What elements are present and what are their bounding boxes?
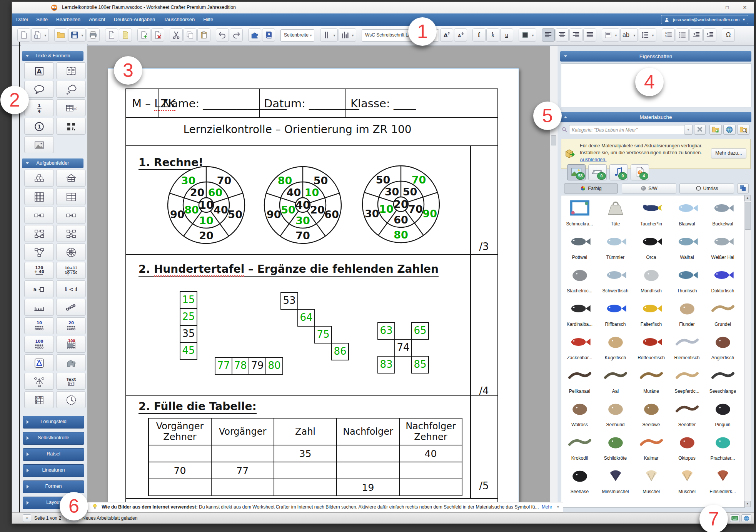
material-item[interactable]: Muschel <box>669 463 705 497</box>
material-item[interactable]: Zackenbar... <box>562 329 597 363</box>
material-item[interactable]: Thunfisch <box>669 262 705 296</box>
tool-bead-chain[interactable] <box>56 299 86 316</box>
sidebar-section-rätsel[interactable]: Rätsel <box>23 448 84 461</box>
hundertertafel-cell[interactable]: 75 <box>314 326 332 344</box>
material-item[interactable]: Seehund <box>597 396 633 430</box>
table-cell[interactable] <box>399 462 462 479</box>
tool-chain-back[interactable] <box>56 207 86 223</box>
material-item[interactable]: Stachelroc... <box>562 262 597 296</box>
font-larger-button[interactable]: A <box>440 28 453 42</box>
number-wheel-3[interactable]: 7050907080603010503020 <box>360 164 441 246</box>
add-page-button[interactable] <box>137 28 150 42</box>
hide-notice-link[interactable]: Ausblenden. <box>580 157 607 162</box>
material-item[interactable]: Muräne <box>633 363 669 396</box>
align-justify-button[interactable] <box>583 28 596 42</box>
material-item[interactable]: Walhai <box>669 229 705 262</box>
special-characters-button[interactable]: Ω <box>722 28 735 42</box>
table-cell[interactable] <box>211 479 274 496</box>
globe-icon[interactable] <box>741 514 751 522</box>
number-wheel-2[interactable]: 5010602070309050804040 <box>262 165 343 247</box>
menu-item-deutsch-aufgaben[interactable]: Deutsch-Aufgaben <box>110 13 160 26</box>
menu-item-ansicht[interactable]: Ansicht <box>85 13 110 26</box>
copy-mode-button[interactable] <box>737 183 749 193</box>
material-item[interactable]: Tümmler <box>597 229 633 262</box>
material-item[interactable]: Mondfisch <box>633 262 669 296</box>
tool-chain-forward[interactable] <box>24 207 54 223</box>
tool-text-task[interactable]: Text3+? <box>56 373 86 390</box>
clear-search-button[interactable] <box>694 125 706 135</box>
tool-house-table[interactable] <box>56 170 86 187</box>
hundertertafel-cell[interactable]: 25 <box>180 308 197 326</box>
underline-button[interactable]: u <box>500 28 513 42</box>
material-item[interactable]: Orca <box>633 229 669 262</box>
material-item[interactable]: Kalmar <box>633 430 669 463</box>
table-cell[interactable] <box>149 479 211 496</box>
save-button[interactable]: ▼ <box>68 28 86 42</box>
tool-qr-code[interactable] <box>56 118 86 135</box>
material-item[interactable]: Anglerfisch <box>705 329 741 363</box>
tool-cycle-cross[interactable] <box>56 225 86 242</box>
material-item[interactable]: Kardinalba... <box>562 296 597 329</box>
filter-umriss-button[interactable]: Umriss <box>679 183 734 193</box>
properties-panel-header[interactable]: Eigenschaften <box>560 51 751 62</box>
search-dropdown-button[interactable]: ▼ <box>684 125 693 135</box>
scroll-down-icon[interactable]: ▼ <box>744 501 751 507</box>
tool-hundred-grid[interactable]: 100 <box>56 336 86 353</box>
tool-geoboard[interactable] <box>24 354 54 371</box>
material-item[interactable]: Riemenfisch <box>669 329 705 363</box>
material-item[interactable]: Prachtster... <box>705 430 741 463</box>
table-cell[interactable] <box>149 445 211 462</box>
remove-page-button[interactable] <box>151 28 164 42</box>
hundertertafel-cell[interactable]: 86 <box>331 343 349 360</box>
tip-more-link[interactable]: Mehr <box>542 504 552 510</box>
table-cell[interactable]: 35 <box>274 445 337 462</box>
numbered-list-button[interactable]: 12 <box>662 28 675 42</box>
material-item[interactable]: Grundel <box>705 296 741 329</box>
filter-sw-button[interactable]: S/W <box>622 183 676 193</box>
decrease-indent-button[interactable] <box>689 28 703 42</box>
new-from-template-button[interactable]: ▼ <box>31 28 49 42</box>
material-item[interactable]: Riffbarsch <box>597 296 633 329</box>
keyboard-icon[interactable] <box>730 514 740 522</box>
material-item[interactable]: Schwertfisch <box>597 262 633 296</box>
material-item[interactable]: Blauwal <box>669 195 705 229</box>
font-smaller-button[interactable]: A <box>454 28 467 42</box>
bold-button[interactable]: f <box>472 28 486 42</box>
material-item[interactable]: Aal <box>597 363 633 396</box>
table-cell[interactable] <box>274 462 337 479</box>
cut-button[interactable] <box>170 28 183 42</box>
bullet-list-button[interactable] <box>676 28 689 42</box>
tool-pyramid-boxes[interactable] <box>24 170 54 187</box>
table-cell[interactable] <box>337 445 399 462</box>
align-center-button[interactable] <box>556 28 569 42</box>
menu-item-datei[interactable]: Datei <box>12 13 32 26</box>
material-item[interactable]: Schildkröte <box>597 430 633 463</box>
increase-indent-button[interactable] <box>703 28 716 42</box>
panel-header-texte-formeln[interactable]: Texte & Formeln <box>22 51 83 61</box>
hundertertafel-cell[interactable]: 65 <box>411 322 429 340</box>
material-item[interactable]: Einsiedlerk... <box>705 463 741 497</box>
hundertertafel-cell[interactable]: 15 <box>180 291 197 309</box>
table-cell[interactable]: 40 <box>399 445 462 462</box>
align-right-button[interactable] <box>569 28 582 42</box>
material-item[interactable]: Seepferdc... <box>669 363 705 396</box>
tool-dots-twenty[interactable]: 20 <box>56 317 86 334</box>
material-item[interactable]: Tüte <box>597 195 633 229</box>
material-item[interactable]: Seeschlange <box>705 363 741 396</box>
material-scrollbar[interactable]: ▲ ▼ <box>744 195 751 507</box>
multi-column-button[interactable]: ▼ <box>339 28 356 42</box>
paste-button[interactable] <box>197 28 210 42</box>
tool-clock[interactable] <box>56 391 86 408</box>
tool-wheel[interactable] <box>56 243 86 260</box>
line-spacing-button[interactable]: ▼ <box>639 28 656 42</box>
account-box[interactable]: josa.wode@worksheetcrafter.com ▼ <box>661 15 748 24</box>
table-cell[interactable] <box>337 462 399 479</box>
material-item[interactable]: Pelikanaal <box>562 363 597 396</box>
material-item[interactable]: Doktorfisch <box>705 262 741 296</box>
dictionary-button[interactable]: A <box>262 28 275 42</box>
hundertertafel-cell[interactable]: 35 <box>180 325 197 343</box>
table-cell[interactable]: 70 <box>149 462 211 479</box>
tool-speech-bubble[interactable] <box>24 81 54 98</box>
canvas-scrollbar-thumb[interactable] <box>551 135 556 145</box>
material-panel-header[interactable]: Materialsuche <box>560 112 751 122</box>
